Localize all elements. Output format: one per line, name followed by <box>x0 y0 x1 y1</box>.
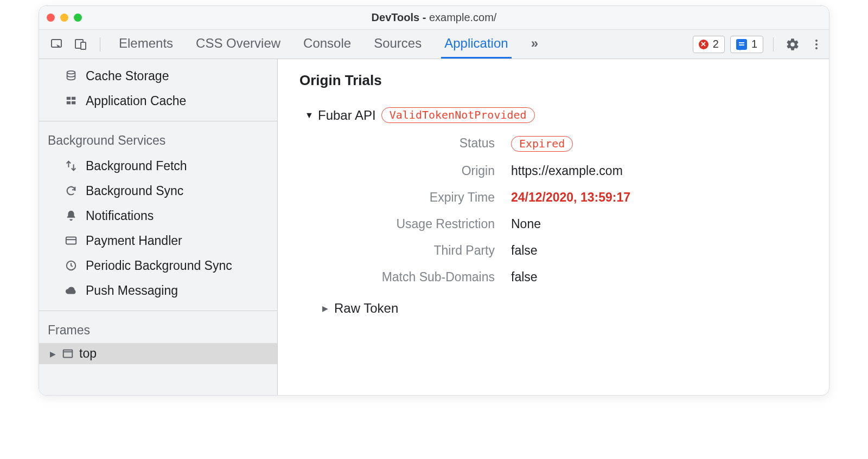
svg-rect-13 <box>63 350 73 357</box>
sidebar-item-label: Periodic Background Sync <box>86 256 232 275</box>
svg-rect-10 <box>72 101 75 105</box>
sidebar-item-periodic-sync[interactable]: Periodic Background Sync <box>39 253 277 278</box>
settings-icon[interactable] <box>783 35 802 54</box>
more-tabs-button[interactable]: » <box>528 30 541 59</box>
sync-icon <box>64 184 78 198</box>
sidebar-item-label: Background Sync <box>86 182 183 200</box>
errors-badge[interactable]: ✕ 2 <box>693 36 725 53</box>
trial-details: Status Expired Origin https://example.co… <box>321 136 807 285</box>
status-pill: Expired <box>511 136 573 152</box>
error-icon: ✕ <box>699 40 709 49</box>
svg-rect-7 <box>67 97 71 100</box>
sidebar-item-label: Push Messaging <box>86 281 178 300</box>
sidebar-item-payment-handler[interactable]: Payment Handler <box>39 228 277 253</box>
tab-console[interactable]: Console <box>300 30 354 59</box>
svg-rect-8 <box>72 97 75 100</box>
trial-row[interactable]: ▼ Fubar API ValidTokenNotProvided <box>305 107 807 123</box>
label-status: Status <box>321 136 495 152</box>
tab-label: Application <box>444 36 508 51</box>
chevron-right-icon: ▶ <box>321 304 329 313</box>
panel-tabs: Elements CSS Overview Console Sources Ap… <box>116 30 541 59</box>
svg-point-3 <box>815 40 818 42</box>
sidebar-item-label: Notifications <box>86 206 154 225</box>
devtools-window: DevTools - example.com/ Elements CSS O <box>39 5 829 396</box>
sidebar-group-frames: Frames ▶ top <box>39 311 277 395</box>
transfer-icon <box>64 159 78 173</box>
raw-token-row[interactable]: ▶ Raw Token <box>321 301 807 316</box>
tab-label: CSS Overview <box>196 36 280 51</box>
sidebar-item-label: Payment Handler <box>86 231 182 250</box>
svg-point-4 <box>815 43 818 46</box>
tab-label: Elements <box>119 36 173 51</box>
value-expiry: 24/12/2020, 13:59:17 <box>511 190 807 205</box>
tab-sources[interactable]: Sources <box>371 30 425 59</box>
page-title: Origin Trials <box>299 72 807 89</box>
raw-token-label: Raw Token <box>334 301 398 316</box>
tab-css-overview[interactable]: CSS Overview <box>193 30 284 59</box>
frame-label: top <box>79 346 97 361</box>
value-usage: None <box>511 217 807 231</box>
sidebar-item-label: Background Fetch <box>86 157 187 175</box>
sidebar-heading-frames: Frames <box>39 315 277 343</box>
titlebar: DevTools - example.com/ <box>39 6 829 30</box>
sidebar-item-notifications[interactable]: Notifications <box>39 203 277 228</box>
value-thirdparty: false <box>511 243 807 258</box>
sidebar-group-cache: Cache Storage Application Cache <box>39 59 277 121</box>
label-expiry: Expiry Time <box>321 190 495 205</box>
sidebar-item-background-fetch[interactable]: Background Fetch <box>39 153 277 178</box>
sidebar-item-background-sync[interactable]: Background Sync <box>39 178 277 203</box>
toolbar-divider <box>100 37 100 51</box>
device-toolbar-icon[interactable] <box>72 35 90 54</box>
bell-icon <box>64 209 78 223</box>
sidebar-item-cache-storage[interactable]: Cache Storage <box>39 63 277 88</box>
database-icon <box>64 69 78 83</box>
chevron-down-icon: ▼ <box>305 111 312 120</box>
sidebar-item-push-messaging[interactable]: Push Messaging <box>39 278 277 303</box>
chevron-right-icon: ▶ <box>49 350 56 358</box>
issues-icon <box>736 39 747 50</box>
label-thirdparty: Third Party <box>321 243 495 258</box>
tab-label: Console <box>303 36 351 51</box>
value-status: Expired <box>511 136 807 152</box>
svg-rect-9 <box>67 101 71 105</box>
trial-name: Fubar API <box>318 108 376 123</box>
clock-icon <box>64 258 78 273</box>
svg-point-6 <box>67 71 75 74</box>
inspect-element-icon[interactable] <box>48 35 66 54</box>
sidebar-item-label: Cache Storage <box>86 67 169 85</box>
application-sidebar: Cache Storage Application Cache Backgrou… <box>39 59 278 395</box>
svg-rect-11 <box>66 237 76 244</box>
main-toolbar: Elements CSS Overview Console Sources Ap… <box>39 30 829 59</box>
content-pane: Origin Trials ▼ Fubar API ValidTokenNotP… <box>278 59 829 395</box>
tab-application[interactable]: Application <box>441 30 511 59</box>
toolbar-divider <box>773 37 774 51</box>
tab-label: Sources <box>374 36 422 51</box>
more-options-icon[interactable] <box>807 35 826 54</box>
sidebar-group-background: Background Services Background Fetch Bac… <box>39 121 277 311</box>
window-title-prefix: DevTools - <box>372 11 429 23</box>
label-origin: Origin <box>321 164 495 178</box>
sidebar-item-application-cache[interactable]: Application Cache <box>39 88 277 113</box>
tab-elements[interactable]: Elements <box>116 30 176 59</box>
frame-tree-top[interactable]: ▶ top <box>39 343 277 364</box>
trial-status-badge: ValidTokenNotProvided <box>381 107 535 123</box>
sidebar-item-label: Application Cache <box>86 92 186 110</box>
window-title-url: example.com/ <box>429 11 497 23</box>
issues-badge[interactable]: 1 <box>730 36 763 53</box>
credit-card-icon <box>64 234 78 248</box>
label-usage: Usage Restriction <box>321 217 495 231</box>
errors-count: 2 <box>713 38 719 50</box>
label-subdomains: Match Sub-Domains <box>321 270 495 285</box>
value-subdomains: false <box>511 270 807 285</box>
window-title: DevTools - example.com/ <box>39 11 829 24</box>
svg-rect-2 <box>81 42 86 49</box>
grid-icon <box>64 94 78 108</box>
window-icon <box>62 348 74 360</box>
svg-point-5 <box>815 47 818 49</box>
issues-count: 1 <box>751 38 757 50</box>
sidebar-heading-background: Background Services <box>39 126 277 153</box>
cloud-icon <box>64 283 78 298</box>
value-origin: https://example.com <box>511 164 807 178</box>
